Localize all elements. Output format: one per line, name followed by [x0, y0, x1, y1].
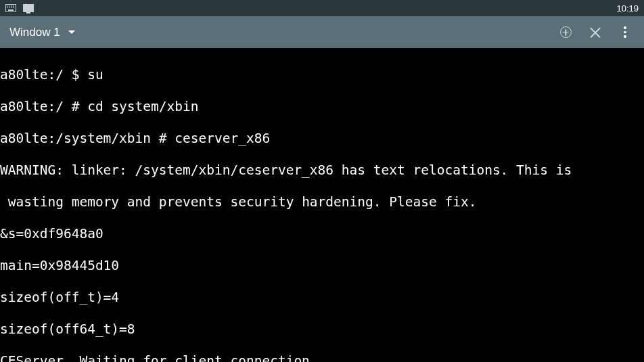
terminal-line: sizeof(off_t)=4 [0, 290, 644, 306]
terminal-line: &s=0xdf9648a0 [0, 226, 644, 242]
chevron-down-icon [68, 30, 75, 34]
terminal-line: wasting memory and prevents security har… [0, 194, 644, 210]
close-icon [590, 26, 601, 38]
keyboard-icon [5, 3, 16, 13]
status-bar-left [5, 3, 34, 13]
window-label: Window 1 [9, 26, 60, 39]
close-window-button[interactable] [589, 26, 602, 39]
window-selector[interactable]: Window 1 [9, 26, 75, 39]
terminal-line: main=0x98445d10 [0, 258, 644, 274]
terminal-line: a80lte:/system/xbin # ceserver_x86 [0, 131, 644, 147]
terminal-toolbar: Window 1 [0, 16, 644, 48]
add-window-button[interactable] [559, 26, 572, 39]
menu-button[interactable] [618, 26, 632, 39]
status-bar-right: 10:19 [616, 3, 639, 14]
terminal-line: a80lte:/ $ su [0, 67, 644, 83]
toolbar-right [559, 26, 639, 39]
terminal-output[interactable]: a80lte:/ $ su a80lte:/ # cd system/xbin … [0, 48, 644, 362]
terminal-line: WARNING: linker: /system/xbin/ceserver_x… [0, 162, 644, 179]
status-clock: 10:19 [616, 3, 639, 14]
more-vertical-icon [620, 26, 630, 38]
toolbar-left: Window 1 [9, 26, 75, 39]
terminal-line: CEServer. Waiting for client connection [0, 353, 644, 363]
terminal-line: a80lte:/ # cd system/xbin [0, 99, 644, 115]
plus-circle-icon [560, 26, 572, 38]
android-status-bar: 10:19 [0, 0, 644, 16]
monitor-icon [23, 3, 34, 13]
terminal-line: sizeof(off64_t)=8 [0, 321, 644, 338]
